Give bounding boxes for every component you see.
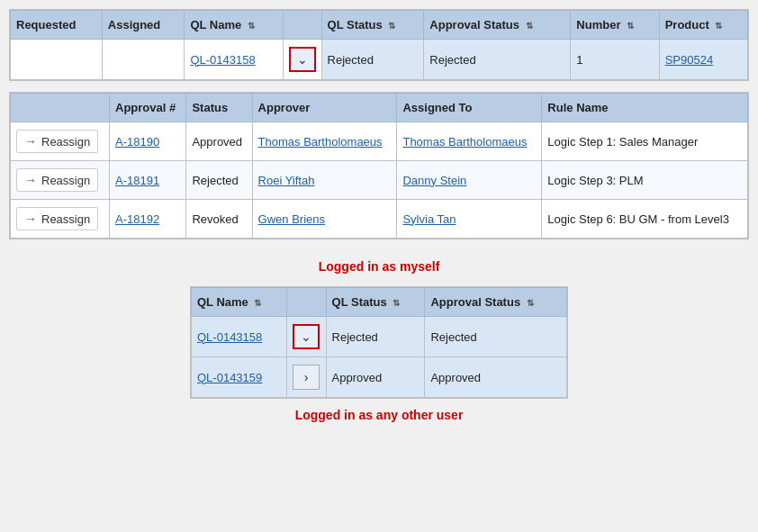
bottom-ql-name-link-1[interactable]: QL-0143159 [197, 371, 262, 384]
sub-row-0-approval-num: A-18190 [110, 122, 186, 161]
main-table-row: QL-0143158 ⌄ Rejected Rejected 1 SP90524 [11, 40, 748, 80]
bottom-row-1-approvalstatus: Approved [425, 357, 567, 398]
reassign-arrow-icon-0: → [24, 134, 37, 149]
sub-row-2-assigned-to: Sylvia Tan [397, 200, 542, 239]
main-col-approvalstatus: Approval Status ⇅ [424, 11, 571, 40]
main-col-qlname: QL Name ⇅ [185, 11, 283, 40]
qlstatus-sort-icon[interactable]: ⇅ [388, 21, 395, 31]
main-row-number: 1 [571, 40, 659, 80]
bottom-row-0-chevron-cell: ⌄ [286, 317, 326, 357]
bottom-row-1-arrow-cell: › [286, 357, 326, 398]
ql-name-link[interactable]: QL-0143158 [190, 53, 255, 67]
sub-row-2-rule-name: Logic Step 6: BU GM - from Level3 [542, 200, 748, 239]
logged-in-msg-1: Logged in as myself [9, 250, 749, 286]
main-col-requested: Requested [11, 11, 103, 40]
main-row-requested [11, 40, 103, 80]
bottom-col-approvalstatus: Approval Status ⇅ [425, 288, 567, 317]
bottom-section: QL Name ⇅ QL Status ⇅ Approval Status ⇅ [9, 286, 749, 426]
bottom-table: QL Name ⇅ QL Status ⇅ Approval Status ⇅ [191, 287, 567, 398]
chevron-down-button[interactable]: ⌄ [289, 47, 316, 72]
sub-table-row-1: → Reassign A-18191 Rejected Roei Yiftah … [11, 161, 748, 200]
sub-row-1-action: → Reassign [11, 161, 110, 200]
bottom-chevron-down-button-0[interactable]: ⌄ [293, 324, 320, 349]
main-row-assigned [102, 40, 185, 80]
sub-row-1-approval-num: A-18191 [110, 161, 186, 200]
main-row-qlname: QL-0143158 [185, 40, 283, 80]
sub-col-approver: Approver [252, 94, 397, 122]
sub-row-0-approver: Thomas Bartholomaeus [252, 122, 397, 161]
product-sort-icon[interactable]: ⇅ [715, 21, 722, 31]
sub-table-row-2: → Reassign A-18192 Revoked Gwen Briens S… [11, 200, 748, 239]
sub-row-0-rule-name: Logic Step 1: Sales Manager [542, 122, 748, 161]
sub-row-2-approval-num: A-18192 [110, 200, 186, 239]
bottom-col-expand [286, 288, 326, 317]
assigned-to-link-1[interactable]: Danny Stein [402, 174, 466, 187]
bottom-row-1-qlname: QL-0143159 [192, 357, 287, 398]
product-link[interactable]: SP90524 [665, 53, 714, 67]
sub-col-approval-num: Approval # [110, 94, 186, 122]
main-col-expand [283, 11, 321, 40]
sub-row-1-approver: Roei Yiftah [252, 161, 397, 200]
approval-num-link-2[interactable]: A-18192 [115, 212, 159, 226]
bottom-table-row-0: QL-0143158 ⌄ Rejected Rejected [192, 317, 567, 357]
main-row-qlstatus: Rejected [321, 40, 424, 80]
main-row-approvalstatus: Rejected [424, 40, 571, 80]
reassign-button-2[interactable]: → Reassign [16, 207, 98, 230]
bottom-table-wrapper: QL Name ⇅ QL Status ⇅ Approval Status ⇅ [190, 286, 568, 399]
approval-num-link-0[interactable]: A-18190 [115, 135, 159, 149]
reassign-button-0[interactable]: → Reassign [16, 130, 98, 153]
reassign-arrow-icon-2: → [24, 212, 37, 226]
main-row-product: SP90524 [659, 40, 747, 80]
bottom-table-row-1: QL-0143159 › Approved Approved [192, 357, 567, 398]
sub-row-2-approver: Gwen Briens [252, 200, 397, 239]
sub-col-rule-name: Rule Name [542, 94, 748, 122]
sub-row-1-assigned-to: Danny Stein [397, 161, 542, 200]
approval-num-link-1[interactable]: A-18191 [115, 174, 159, 187]
bottom-qlname-sort-icon[interactable]: ⇅ [254, 298, 261, 308]
sub-col-assigned-to: Assigned To [397, 94, 542, 122]
sub-table-wrapper: Approval # Status Approver Assigned To R… [9, 92, 749, 239]
sub-col-action [11, 94, 110, 122]
bottom-row-0-approvalstatus: Rejected [425, 317, 567, 357]
bottom-arrow-button-1[interactable]: › [293, 365, 320, 390]
bottom-row-1-qlstatus: Approved [326, 357, 425, 398]
main-table-wrapper: Requested Assigned QL Name ⇅ QL Status ⇅… [9, 9, 749, 81]
sub-row-1-rule-name: Logic Step 3: PLM [542, 161, 748, 200]
reassign-arrow-icon-1: → [24, 173, 37, 187]
sub-row-0-action: → Reassign [11, 122, 110, 161]
approver-link-2[interactable]: Gwen Briens [258, 212, 325, 226]
approver-link-1[interactable]: Roei Yiftah [258, 174, 315, 187]
reassign-button-1[interactable]: → Reassign [16, 168, 98, 192]
sub-row-0-assigned-to: Thomas Bartholomaeus [397, 122, 542, 161]
main-row-chevron-cell: ⌄ [283, 40, 321, 80]
sub-row-1-status: Rejected [186, 161, 252, 200]
sub-table: Approval # Status Approver Assigned To R… [10, 93, 748, 239]
sub-row-0-status: Approved [186, 122, 252, 161]
main-table: Requested Assigned QL Name ⇅ QL Status ⇅… [10, 10, 748, 80]
bottom-row-0-qlname: QL-0143158 [192, 317, 287, 357]
main-col-qlstatus: QL Status ⇅ [321, 11, 424, 40]
bottom-col-qlstatus: QL Status ⇅ [326, 288, 425, 317]
main-col-number: Number ⇅ [571, 11, 659, 40]
main-col-assigned: Assigned [102, 11, 185, 40]
main-col-product: Product ⇅ [659, 11, 747, 40]
sub-row-2-status: Revoked [186, 200, 252, 239]
bottom-qlstatus-sort-icon[interactable]: ⇅ [393, 298, 400, 308]
logged-in-msg-2: Logged in as any other user [295, 399, 464, 426]
bottom-row-0-qlstatus: Rejected [326, 317, 425, 357]
sub-table-row-0: → Reassign A-18190 Approved Thomas Barth… [11, 122, 748, 161]
sub-col-status: Status [186, 94, 252, 122]
approver-link-0[interactable]: Thomas Bartholomaeus [258, 135, 383, 149]
assigned-to-link-2[interactable]: Sylvia Tan [402, 212, 456, 226]
sub-row-2-action: → Reassign [11, 200, 110, 239]
bottom-ql-name-link-0[interactable]: QL-0143158 [197, 330, 262, 344]
bottom-col-qlname: QL Name ⇅ [192, 288, 287, 317]
qlname-sort-icon[interactable]: ⇅ [248, 21, 255, 31]
approvalstatus-sort-icon[interactable]: ⇅ [526, 21, 533, 31]
assigned-to-link-0[interactable]: Thomas Bartholomaeus [402, 135, 527, 149]
number-sort-icon[interactable]: ⇅ [627, 21, 634, 31]
bottom-approvalstatus-sort-icon[interactable]: ⇅ [527, 298, 534, 308]
